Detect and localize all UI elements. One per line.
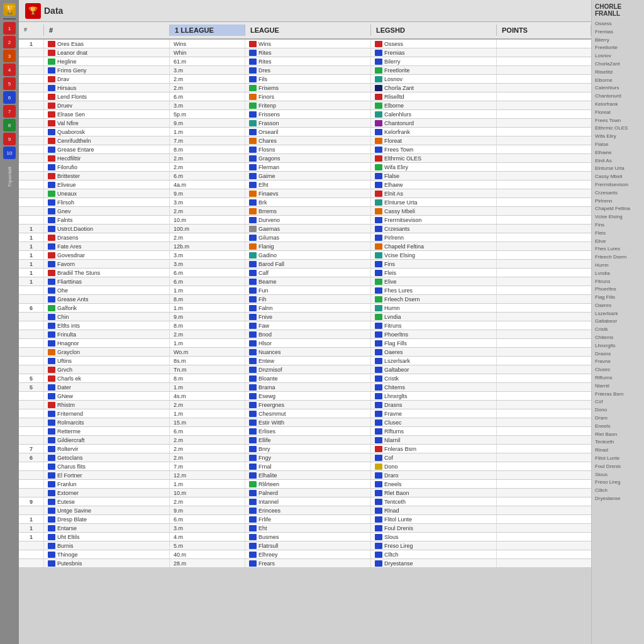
name-cell: Chin [44,313,170,321]
table-row[interactable]: Grease Ants8.mFihFrleech Dsern [19,295,591,304]
header-league2[interactable]: LEAGUE [245,25,371,36]
table-row[interactable]: Elrase Sen5p.mFrissensCalenhlurs [19,110,591,119]
table-row[interactable]: Brittester6.mGaimeFlalse [19,172,591,180]
header-points[interactable]: POINTS [497,25,591,36]
table-row[interactable]: 6Galforik1.mFalnnHurnn [19,304,591,313]
points-flag-icon [375,129,382,135]
table-row[interactable]: Putesbnis28.mFrearsDryestanse [19,559,591,568]
sidebar-icon-8[interactable]: 8 [3,119,16,131]
table-row[interactable]: Extorner10.mPalnerdRlet Baon [19,489,591,497]
table-row[interactable]: 1Entarse3.mEhtFoul Drenis [19,524,591,533]
league2-cell: Frasson [245,119,371,127]
table-row[interactable]: 1Fliarttinas6.mBeameElive [19,277,591,286]
sidebar-icon-5[interactable]: 5 [3,77,16,90]
table-row[interactable]: Uneaux9.mFinaevsElnit As [19,189,591,198]
table-row[interactable]: 5Dater1.mBramaChitems [19,383,591,392]
legend-flag-icon [249,437,257,443]
team-flag-icon [48,428,55,435]
legend-flag-icon [249,164,257,170]
table-row[interactable]: Hnagnor1.mHlsorFlag Fills [19,339,591,348]
points-flag-icon [375,490,382,496]
table-row[interactable]: 1Drasens2.mGilumasPirlrenn [19,233,591,242]
rank-cell [19,216,44,224]
rank-cell [19,110,44,118]
table-row[interactable]: Hecdfilttir2.mGragonsElthrmic OLES [19,154,591,163]
header-name[interactable]: # [44,25,170,36]
table-row[interactable]: 9Eutese2.mIntannelTentceth [19,497,591,506]
league2-cell: Entew [245,357,371,365]
table-row[interactable]: Quaborosk1.mOrsearilKelorfrank [19,128,591,136]
table-row[interactable]: 1Ustrct.Daotion100.mGaemasCrzesants [19,225,591,233]
legend-flag-icon [249,217,257,223]
sidebar-icon-7[interactable]: 7 [3,105,16,118]
table-row[interactable]: Franlun1.mRlilrteenEneels [19,480,591,489]
table-row[interactable]: 5Charls ek8.mBloanteCristk [19,374,591,383]
right-panel-content: Ossess Fremias Bilerry Freetlorite Losno… [595,20,641,503]
table-row[interactable]: Frims Geny3.mDresFreetlorite [19,66,591,75]
legend-flag-icon [249,199,257,206]
table-row[interactable]: 1Uht Eltils4.mBusmesSlous [19,533,591,541]
league1-cell: 2.m [170,497,245,506]
header-rank[interactable]: # [19,25,44,36]
table-row[interactable]: Thinoge40.mElhreeyClltch [19,550,591,559]
table-row[interactable]: El Fortner12.mElhaliteDraro [19,471,591,480]
table-row[interactable]: Leanor dnatWhinRitesFremias [19,48,591,57]
table-row[interactable]: 1Bradiil The Stuns6.mCalfFleis [19,269,591,277]
table-row[interactable]: Filorufio2.mFlermanWifa Eliry [19,163,591,172]
table-row[interactable]: Eliveue4a.mElhtElhaew [19,180,591,189]
table-row[interactable]: Chin9.mFniveLvndia [19,313,591,321]
table-row[interactable]: Rhistm2.mFreergnesDrasns [19,401,591,409]
table-row[interactable]: Lend Flonts6.mFinorsRliselltd [19,92,591,101]
sidebar-icon-4[interactable]: 4 [3,64,16,76]
table-row[interactable]: Frinulta2.mBnodPhoerltns [19,330,591,339]
sidebar-icon-3[interactable]: 3 [3,50,16,62]
table-row[interactable]: Hegline61.mRitesBilerry [19,57,591,66]
sidebar-icon-6[interactable]: 6 [3,91,16,104]
table-row[interactable]: 1Govesdnar3.mGadinoVcise Elsing [19,251,591,260]
table-row[interactable]: Drav2.mFilsLosnov [19,75,591,84]
table-row[interactable]: Retterme6.mErlisesRlfturns [19,427,591,436]
table-row[interactable]: Burnis5.mFlatrsullFreso Lireg [19,541,591,550]
league1-cell: 8.m [170,374,245,382]
table-row[interactable]: Val Nfire9.mFrassonChantonurd [19,119,591,128]
points-cell: Pirlrenn [371,233,497,242]
table-row[interactable]: Falnts10.mDurvenoFrerrnitsevison [19,216,591,225]
legend-flag-icon [249,481,257,487]
header-legend[interactable]: LEGSHD [371,25,497,36]
name-cell: GNew [44,392,170,400]
header-league1[interactable]: 1 LLEAGUE [170,25,245,36]
table-row[interactable]: GrvchTn.mDnzmisofGaltabeor [19,365,591,374]
table-row[interactable]: 1Fate Ares12b.mFlanigChapeld Feltina [19,242,591,251]
table-row[interactable]: Gnev2.mBrremsCassy Mbeli [19,207,591,216]
table-row[interactable]: Druev3.mFritenpElborne [19,101,591,110]
table-row[interactable]: Gildiercraft2.mEllifeNlarnil [19,436,591,445]
table-row[interactable]: Uftins8s.mEntewLszerlsark [19,357,591,365]
sidebar-icon-2[interactable]: 2 [3,36,16,48]
table-row[interactable]: Friternend1.mChesmmutFravne [19,409,591,418]
sidebar-icon-9[interactable]: 9 [3,133,16,145]
sidebar-icon-1[interactable]: 1 [3,22,16,35]
table-row[interactable]: Hirsaus2.mFrisemsChorla Zant [19,84,591,92]
sidebar-icon-10[interactable]: 10 [3,147,16,159]
table-row[interactable]: 6Getoclans2.mFngyCof [19,453,591,462]
table-row[interactable]: Charus flits7.mFrnalDono [19,462,591,471]
table-row[interactable]: 1Ores EsasWinsWinsOssess [19,40,591,48]
name-cell: Bradiil The Stuns [44,269,170,277]
team-flag-icon [48,147,55,153]
table-row[interactable]: 1Favorn3.mBarod FallFins [19,260,591,269]
table-row[interactable]: Cenrifudtheln7.mCharesFloreat [19,136,591,145]
rank-cell [19,154,44,162]
table-row[interactable]: Grease Entare8.mFlosnsFrees Town [19,145,591,154]
table-body[interactable]: 1Ores EsasWinsWinsOssessLeanor dnatWhinR… [19,40,591,644]
table-row[interactable]: 7Roltervir2.mBnryFnleras Bsrn [19,445,591,453]
table-row[interactable]: Ohe1.mFunFhes Lures [19,286,591,295]
name-cell: Charls ek [44,374,170,382]
table-row[interactable]: Rolmarcits15.mEstir WitthClusec [19,418,591,427]
legend-flag-icon [249,58,257,65]
table-row[interactable]: GNew4s.mEsewgLhnxrglts [19,392,591,401]
table-row[interactable]: GrayclonWo.mNuancesOaeres [19,348,591,357]
table-row[interactable]: 1Dresp Blate6.mFrlifeFlitol Lunte [19,515,591,524]
table-row[interactable]: Eltlts ints8.mFawFitruns [19,321,591,330]
table-row[interactable]: Untge Savine9.mErinceesRlnad [19,506,591,515]
table-row[interactable]: Flirsoh3.mBrkElnturse Urta [19,198,591,207]
